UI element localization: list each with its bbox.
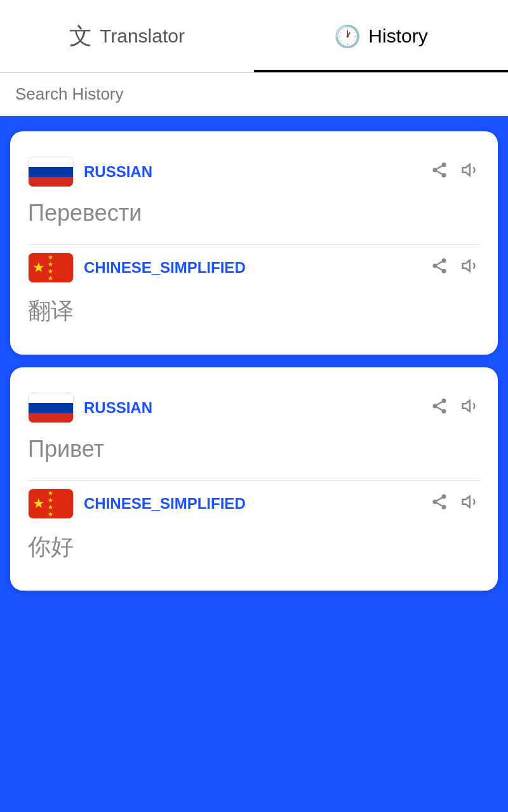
translation-entry: RUSSIAN Перевести	[28, 149, 480, 237]
china-star-main: ★	[32, 261, 45, 275]
china-star-small: ★	[48, 504, 53, 511]
audio-icon[interactable]	[461, 160, 480, 184]
svg-point-12	[442, 398, 446, 403]
china-star-main: ★	[32, 497, 45, 511]
svg-point-6	[442, 258, 446, 263]
svg-line-21	[437, 502, 442, 506]
action-icons	[431, 256, 480, 280]
translated-text: Перевести	[28, 195, 480, 229]
svg-point-1	[433, 167, 438, 172]
china-star-small: ★	[48, 275, 53, 282]
svg-point-19	[433, 499, 438, 504]
svg-point-18	[442, 494, 446, 499]
china-star-small: ★	[48, 261, 53, 268]
translation-card: RUSSIAN Привет ★ ★ ★	[10, 367, 498, 591]
lang-row: ★ ★ ★ ★ ★ CHINESE_SIMPLIFIED	[28, 488, 480, 519]
history-icon: 🕐	[334, 23, 361, 49]
search-bar	[0, 73, 508, 116]
translation-card: RUSSIAN Перевести ★ ★	[10, 131, 498, 355]
translated-text: 你好	[28, 527, 480, 565]
translation-entry: RUSSIAN Привет	[28, 385, 480, 473]
flag-stripe-red	[29, 413, 73, 422]
tab-history[interactable]: 🕐 History	[254, 0, 508, 72]
audio-icon[interactable]	[461, 256, 480, 280]
china-star-small: ★	[48, 497, 53, 504]
translator-icon: 文	[69, 21, 92, 52]
svg-line-4	[437, 166, 442, 169]
flag-stripe-white	[29, 393, 73, 403]
china-star-small: ★	[48, 511, 53, 518]
svg-line-15	[437, 407, 442, 410]
flag-stripe-blue	[29, 167, 73, 176]
svg-line-10	[437, 261, 442, 265]
language-name: RUSSIAN	[84, 399, 420, 417]
translated-text: Привет	[28, 431, 480, 465]
flag-china: ★ ★ ★ ★ ★	[28, 252, 74, 283]
svg-line-3	[437, 171, 442, 174]
share-icon[interactable]	[431, 397, 448, 419]
share-icon[interactable]	[431, 493, 448, 515]
translated-text: 翻译	[28, 291, 480, 329]
tab-translator-label: Translator	[100, 25, 185, 47]
china-stars-small: ★ ★ ★ ★	[48, 254, 53, 282]
svg-point-14	[442, 409, 446, 413]
translation-entry: ★ ★ ★ ★ ★ CHINESE_SIMPLIFIED	[28, 480, 480, 573]
audio-icon[interactable]	[461, 492, 480, 516]
svg-marker-5	[463, 164, 470, 176]
language-name: CHINESE_SIMPLIFIED	[84, 495, 420, 513]
share-icon[interactable]	[431, 161, 448, 183]
flag-stripe-red	[29, 177, 73, 187]
china-star-small: ★	[48, 254, 53, 261]
svg-line-16	[437, 402, 442, 405]
svg-marker-11	[463, 260, 470, 272]
search-input[interactable]	[15, 84, 493, 104]
audio-icon[interactable]	[461, 396, 480, 420]
share-icon[interactable]	[431, 257, 448, 279]
flag-china: ★ ★ ★ ★ ★	[28, 488, 74, 519]
svg-point-7	[433, 263, 438, 268]
china-stars-small: ★ ★ ★ ★	[48, 490, 53, 518]
svg-marker-23	[463, 496, 470, 508]
svg-point-8	[442, 268, 446, 273]
history-content: RUSSIAN Перевести ★ ★	[0, 116, 508, 812]
lang-row: RUSSIAN	[28, 157, 480, 187]
lang-row: RUSSIAN	[28, 393, 480, 423]
tab-history-label: History	[368, 25, 427, 47]
svg-point-2	[442, 173, 446, 177]
svg-marker-17	[463, 400, 470, 412]
language-name: CHINESE_SIMPLIFIED	[84, 259, 420, 277]
svg-line-22	[437, 497, 442, 501]
flag-stripe-white	[29, 157, 73, 167]
svg-point-20	[442, 504, 446, 509]
action-icons	[431, 160, 480, 184]
svg-point-13	[433, 403, 438, 408]
translation-entry: ★ ★ ★ ★ ★ CHINESE_SIMPLIFIED	[28, 244, 480, 337]
svg-line-9	[437, 266, 442, 270]
flag-stripe-blue	[29, 403, 73, 412]
svg-point-0	[442, 162, 446, 167]
flag-russia	[28, 157, 74, 187]
tab-translator[interactable]: 文 Translator	[0, 0, 254, 72]
language-name: RUSSIAN	[84, 163, 420, 181]
china-star-small: ★	[48, 490, 53, 497]
lang-row: ★ ★ ★ ★ ★ CHINESE_SIMPLIFIED	[28, 252, 480, 283]
china-star-small: ★	[48, 268, 53, 275]
tab-bar: 文 Translator 🕐 History	[0, 0, 508, 73]
flag-russia	[28, 393, 74, 423]
action-icons	[431, 396, 480, 420]
action-icons	[431, 492, 480, 516]
